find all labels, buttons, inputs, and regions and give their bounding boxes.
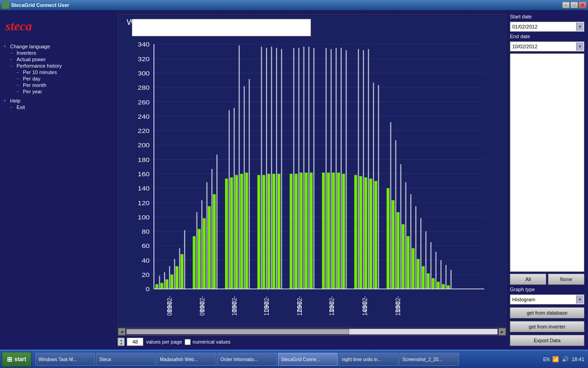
scroll-right-button[interactable]: ▶ xyxy=(498,328,506,335)
svg-rect-40 xyxy=(159,276,160,289)
svg-rect-63 xyxy=(230,178,233,289)
spinner-up-button[interactable]: ▲ xyxy=(118,338,124,342)
svg-text:300: 300 xyxy=(138,70,150,76)
svg-rect-112 xyxy=(390,122,391,289)
sidebar-item-per-month[interactable]: – Per month xyxy=(2,82,112,88)
svg-text:0: 0 xyxy=(146,286,150,293)
dash-icon: – xyxy=(10,63,17,68)
taskbar-item-1[interactable]: Steca xyxy=(96,353,156,366)
svg-rect-42 xyxy=(164,272,165,289)
sidebar-item-per-day[interactable]: – Per day xyxy=(2,75,112,82)
taskbar-item-3[interactable]: Order Informatio... xyxy=(217,353,277,366)
svg-rect-72 xyxy=(261,46,262,289)
svg-text:320: 320 xyxy=(138,56,150,62)
svg-rect-57 xyxy=(208,206,210,289)
svg-text:260: 260 xyxy=(138,99,150,105)
svg-rect-39 xyxy=(155,284,158,289)
taskbar-separator xyxy=(33,353,34,366)
values-per-page-value[interactable]: 48 xyxy=(127,338,143,346)
svg-rect-66 xyxy=(239,46,240,289)
svg-rect-116 xyxy=(400,164,401,289)
expand-icon: + xyxy=(4,98,10,103)
svg-rect-70 xyxy=(249,79,249,289)
svg-rect-87 xyxy=(305,172,307,289)
numerical-values-checkbox[interactable] xyxy=(185,339,191,345)
start-button[interactable]: ⊞ start xyxy=(2,352,31,367)
export-data-button[interactable]: Export Data xyxy=(510,335,584,346)
taskbar-item-label: Screenshot_2_20... xyxy=(402,357,442,362)
svg-text:60: 60 xyxy=(141,243,149,249)
get-from-database-button[interactable]: get from database xyxy=(510,307,584,318)
none-button[interactable]: None xyxy=(548,274,584,285)
svg-rect-107 xyxy=(369,178,372,289)
svg-rect-73 xyxy=(262,175,265,289)
maximize-button[interactable]: □ xyxy=(571,2,578,8)
spinner-down-button[interactable]: ▼ xyxy=(118,342,124,345)
legend-box xyxy=(132,19,311,36)
svg-rect-48 xyxy=(179,248,180,289)
svg-rect-120 xyxy=(410,194,411,289)
end-date-dropdown[interactable]: 10/02/2012 xyxy=(510,41,584,52)
sidebar-item-inverters[interactable]: – Inverters xyxy=(2,50,112,56)
sidebar-item-help[interactable]: + Help xyxy=(2,98,112,104)
taskbar-item-4[interactable]: StecaGrid Conne... xyxy=(278,353,338,366)
start-icon: ⊞ xyxy=(7,356,12,363)
svg-rect-52 xyxy=(196,212,197,289)
svg-text:14:00: 14:00 xyxy=(361,302,368,316)
svg-rect-47 xyxy=(175,266,178,289)
taskbar-item-6[interactable]: Screenshot_2_20... xyxy=(399,353,459,366)
svg-rect-113 xyxy=(391,200,394,289)
right-panel: Start date 01/02/2012 ▼ End date 10/02/2… xyxy=(510,14,584,346)
window-controls: − □ ✕ xyxy=(562,2,586,8)
svg-text:08:00: 08:00 xyxy=(166,302,173,316)
sidebar-label: Per year xyxy=(23,89,42,94)
dash-icon: – xyxy=(17,89,23,94)
svg-rect-105 xyxy=(364,178,367,289)
minimize-button[interactable]: − xyxy=(562,2,570,8)
graph-type-dropdown[interactable]: Histogram Line xyxy=(510,294,584,305)
svg-text:20: 20 xyxy=(141,271,149,278)
chart-area: Wh 340 320 300 280 xyxy=(118,14,506,346)
get-from-inverter-button[interactable]: get from inverter xyxy=(510,321,584,332)
svg-rect-121 xyxy=(412,248,414,289)
inverter-list[interactable] xyxy=(510,53,584,272)
svg-rect-50 xyxy=(184,230,185,289)
sidebar-label: Actual power xyxy=(17,57,46,62)
svg-rect-104 xyxy=(363,50,364,289)
svg-rect-132 xyxy=(441,260,441,289)
sidebar-item-exit[interactable]: – Exit xyxy=(2,104,112,110)
start-date-dropdown[interactable]: 01/02/2012 xyxy=(510,22,584,32)
svg-rect-53 xyxy=(198,229,200,289)
taskbar-item-0[interactable]: Windows Task M... xyxy=(35,353,95,366)
sidebar-item-performance-history[interactable]: – Performance history xyxy=(2,63,112,69)
svg-rect-46 xyxy=(174,259,175,289)
sidebar-item-change-language[interactable]: + Change language xyxy=(2,43,112,50)
svg-rect-84 xyxy=(298,48,299,289)
taskbar-item-5[interactable]: night time units in... xyxy=(339,353,398,366)
svg-rect-76 xyxy=(271,46,272,289)
taskbar-item-2[interactable]: Madasafish Web... xyxy=(157,353,216,366)
scroll-left-button[interactable]: ◀ xyxy=(118,328,125,335)
svg-rect-68 xyxy=(244,86,245,289)
numerical-values-label: numerical values xyxy=(192,339,231,345)
scroll-thumb[interactable] xyxy=(126,329,349,334)
sidebar-item-actual-power[interactable]: – Actual power xyxy=(2,56,112,63)
dash-icon: – xyxy=(10,57,17,62)
all-button[interactable]: All xyxy=(510,274,546,285)
start-label: start xyxy=(14,356,26,362)
start-date-label: Start date xyxy=(510,14,584,19)
svg-rect-51 xyxy=(193,236,196,289)
svg-text:80: 80 xyxy=(141,228,149,235)
sidebar-item-per-10-min[interactable]: – Per 10 minutes xyxy=(2,69,112,75)
sidebar-item-per-year[interactable]: – Per year xyxy=(2,88,112,95)
horizontal-scrollbar[interactable]: ◀ ▶ xyxy=(118,328,506,336)
chart-container: Wh 340 320 300 280 xyxy=(118,14,506,327)
close-button[interactable]: ✕ xyxy=(579,2,586,8)
svg-text:220: 220 xyxy=(138,127,150,134)
svg-rect-59 xyxy=(213,194,215,289)
end-date-wrapper: 10/02/2012 ▼ xyxy=(510,41,584,52)
svg-rect-83 xyxy=(294,174,297,289)
scroll-track[interactable] xyxy=(126,329,498,334)
taskbar-item-label: Steca xyxy=(99,357,111,362)
values-per-page-spinner[interactable]: ▲ ▼ xyxy=(118,338,124,346)
